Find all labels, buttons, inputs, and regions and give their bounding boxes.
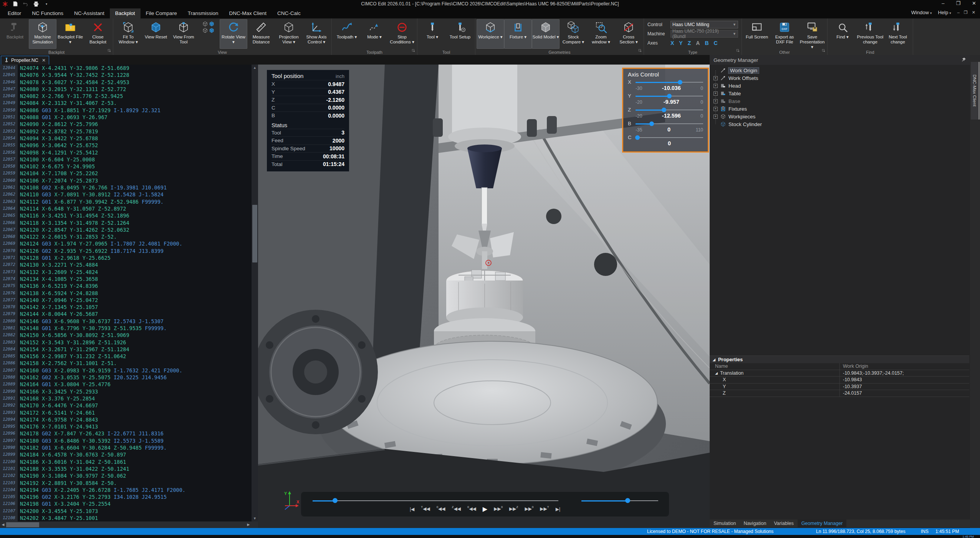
panel-tab-geometry-manager[interactable]: Geometry Manager [798,520,847,527]
menu-tab-editor[interactable]: Editor [2,8,26,18]
property-row-y[interactable]: Y-10.3937 [710,384,969,390]
slider-thumb[interactable] [649,121,654,126]
code-line[interactable]: N24138 X-6.5924 Y-24.8288 [20,290,252,297]
close-button[interactable]: ✕ [972,0,976,6]
menu-tab-nc-functions[interactable]: NC Functions [26,8,69,18]
axis-slider-z[interactable]: Z-20-12.5960 [628,107,703,120]
cross-section-button[interactable]: Cross Section ▾ [615,19,642,49]
axis-slider-x[interactable]: X-30-10.0360 [628,79,703,92]
projection-view-button[interactable]: Projection View ▾ [275,19,303,49]
code-line[interactable]: N24192 X-2.8891 Y-30.8584 Z-50. [20,480,252,487]
workpiece-button[interactable]: Workpiece ▾ [477,19,504,49]
code-line[interactable]: N24106 X-7.2074 Y-25.2873 [20,177,252,184]
prev-tool-change-button[interactable]: T◀◀ [421,505,430,513]
tab-close-icon[interactable]: ✕ [42,58,46,63]
code-line[interactable]: N24162 G02 X-3.0535 Y-25.5075 I20.5225 J… [20,374,252,381]
code-line[interactable]: N24182 G01 X-6.6604 Y-30.6284 Z-50.9485 … [20,444,252,451]
code-lines[interactable]: N24074 X-4.2431 Y-32.9806 Z-51.6689N2407… [18,65,252,521]
expand-icon[interactable]: + [713,99,718,103]
tree-item-work-origin[interactable]: Work Origin [710,66,970,74]
menu-tab-transmission[interactable]: Transmission [182,8,224,18]
code-line[interactable]: N24122 X-2.6015 Y-31.2853 Z-52. [20,233,252,240]
code-line[interactable]: N24184 X-6.4578 Y-30.6763 Z-50.897 [20,451,252,458]
code-line[interactable]: N24160 G03 X-2.0983 Y-26.9159 I-1.7632 J… [20,367,252,374]
code-line[interactable]: N24188 X-3.3535 Y-31.0422 Z-50.1241 [20,465,252,472]
stock-compare-button[interactable]: Stock Compare ▾ [560,19,587,49]
menu-tab-dnc-max-client[interactable]: DNC-Max Client [223,8,272,18]
code-line[interactable]: N24176 X-7.0101 Y-24.9413 [20,423,252,430]
tree-item-stock-cylinder[interactable]: Stock Cylinder [710,120,970,128]
tool-button[interactable]: Tool ▾ [419,19,446,49]
property-row-x[interactable]: X-10.9843 [710,377,969,384]
code-line[interactable]: N24172 X-6.5141 Y-24.661 [20,409,252,416]
code-line[interactable]: N24102 X-6.675 Y-24.9905 [20,163,252,170]
help-menu[interactable]: Help▾ [938,10,951,15]
code-line[interactable]: N24104 X-7.1708 Y-25.2262 [20,170,252,177]
measure-distance-button[interactable]: Measure Distance [247,19,275,49]
document-tab[interactable]: Propeller.NC ✕ [1,56,49,65]
code-line[interactable]: N24090 X-2.8612 Y-25.7996 [20,121,252,128]
slider-thumb[interactable] [678,80,682,85]
code-line[interactable]: N24158 X-2.7562 Y-31.1001 Z-51. [20,360,252,367]
next-tool-change-button[interactable]: ▶▶T [540,505,549,513]
next-block-button[interactable]: ▶▶0 [494,505,503,513]
dialog-launcher-icon[interactable] [638,47,642,54]
vscroll-thumb[interactable] [252,205,257,262]
full-screen-button[interactable]: Full Screen [743,19,771,50]
code-line[interactable]: N24132 X-3.2609 Y-25.4824 [20,269,252,276]
axis-letter-z[interactable]: Z [688,40,691,46]
axis-letter-a[interactable]: A [696,40,700,46]
code-line[interactable]: N24190 X-3.1084 Y-30.9797 Z-50.062 [20,472,252,479]
code-line[interactable]: N24180 G03 X-6.8486 Y-30.5392 I2.5573 J-… [20,437,252,444]
axis-slider-b[interactable]: B-350110 [628,121,703,134]
dnc-max-client-vertical-tab[interactable]: DNC-Max Client [971,62,978,120]
code-line[interactable]: N24154 X-3.2671 Y-31.2967 Z-51.1284 [20,346,252,353]
tree-item-work-offsets[interactable]: +Work Offsets [710,74,970,82]
right-strip-scrollbar[interactable] [978,62,980,120]
code-line[interactable]: N24096 X-3.0642 Y-25.6752 [20,142,252,149]
editor-horizontal-scrollbar[interactable]: ◀ ▶ [0,521,258,528]
prev-block-button[interactable]: 0◀◀ [467,505,476,513]
panel-tab-variables[interactable]: Variables [770,520,797,527]
code-line[interactable]: N24164 G01 X-3.0804 Y-25.4776 [20,381,252,388]
code-line[interactable]: N24116 X-3.4251 Y-31.4954 Z-52.1896 [20,212,252,219]
dialog-launcher-icon[interactable] [412,47,416,54]
expand-icon[interactable]: + [713,115,718,119]
tree-item-fixtures[interactable]: +Fixtures [710,105,970,113]
axis-letter-c[interactable]: C [714,40,718,46]
play-button[interactable]: ▶ [483,505,487,513]
code-line[interactable]: N24088 G01 X-2.0693 Y-26.967 [20,114,252,121]
skip-to-end-button[interactable]: ▶| [556,505,560,513]
menu-tab-backplot[interactable]: Backplot [110,8,141,18]
slider-thumb[interactable] [635,135,640,140]
property-row-z[interactable]: Z-24.0157 [710,390,969,397]
tree-item-workpieces[interactable]: +Workpieces [710,113,970,120]
zoom-window-button[interactable]: Zoom window ▾ [587,19,615,49]
rotate-view-button[interactable]: Rotate View ▾ [220,19,247,49]
expand-icon[interactable]: + [713,76,718,80]
code-line[interactable]: N24134 X-4.1085 Y-25.3658 [20,276,252,282]
code-line[interactable]: N24200 X-3.4554 Y-25.1073 [20,508,252,515]
dialog-launcher-icon[interactable] [736,47,740,54]
code-line[interactable]: N24202 X-3.4847 Y-25.1001 [20,515,252,521]
scroll-down-icon[interactable]: ▼ [252,515,258,521]
code-line[interactable]: N24186 X-3.6016 Y-31.042 Z-50.1861 [20,458,252,465]
view-reset-button[interactable]: View Reset [142,19,170,49]
tool-setup-button[interactable]: Tool Setup [446,19,474,49]
code-line[interactable]: N24128 G01 X-2.9618 Y-25.6625 [20,254,252,261]
expand-icon[interactable]: + [713,107,718,111]
code-line[interactable]: N24112 G01 X-6.877 Y-30.9942 Z-52.9486 F… [20,198,252,205]
export-as-dxf-file-button[interactable]: DXFExport as DXF File [771,19,798,50]
view-grid-button[interactable] [197,19,220,49]
next-operation-button[interactable]: ▶▶0 [525,505,533,513]
axis-slider-y[interactable]: Y-20-9.9570 [628,93,703,106]
code-line[interactable]: N24198 G01 X-3.2404 Y-25.2554 [20,500,252,507]
code-line[interactable]: N24124 G03 X-1.974 Y-27.0965 I-1.7807 J2… [20,240,252,247]
code-line[interactable]: N24098 X-4.1291 Y-25.5412 [20,149,252,156]
next-tool-change-button[interactable]: Next Tool change [884,19,912,49]
code-line[interactable]: N24110 G03 X-7.0891 Y-30.8912 I2.5428 J-… [20,191,252,198]
axis-letter-y[interactable]: Y [679,40,682,46]
code-line[interactable]: N24178 G02 X-7.847 Y-26.423 I-22.6771 J1… [20,430,252,437]
panel-tab-simulation[interactable]: Simulation [710,520,740,527]
dialog-launcher-icon[interactable] [822,47,826,54]
